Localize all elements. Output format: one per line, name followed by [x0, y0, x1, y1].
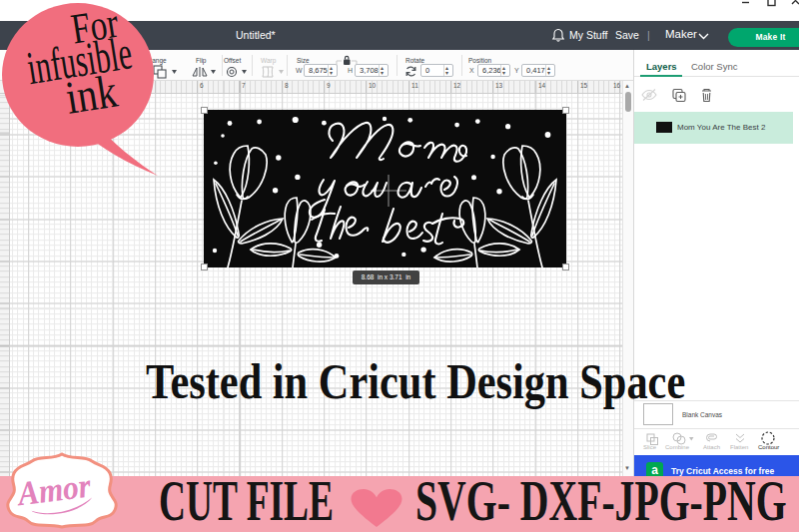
svg-text:ink: ink — [62, 64, 121, 123]
